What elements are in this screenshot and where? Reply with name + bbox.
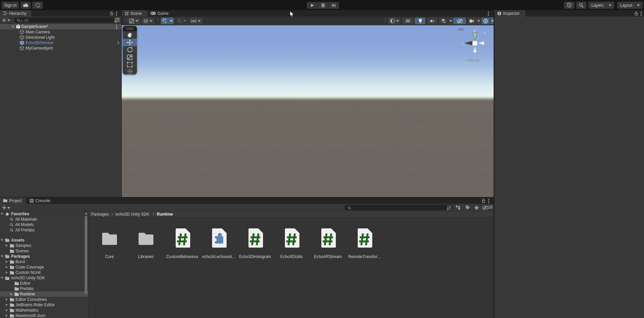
svg-text:Y: Y — [165, 21, 167, 24]
svg-text:x: x — [462, 41, 464, 45]
svg-text:y: y — [473, 29, 475, 33]
